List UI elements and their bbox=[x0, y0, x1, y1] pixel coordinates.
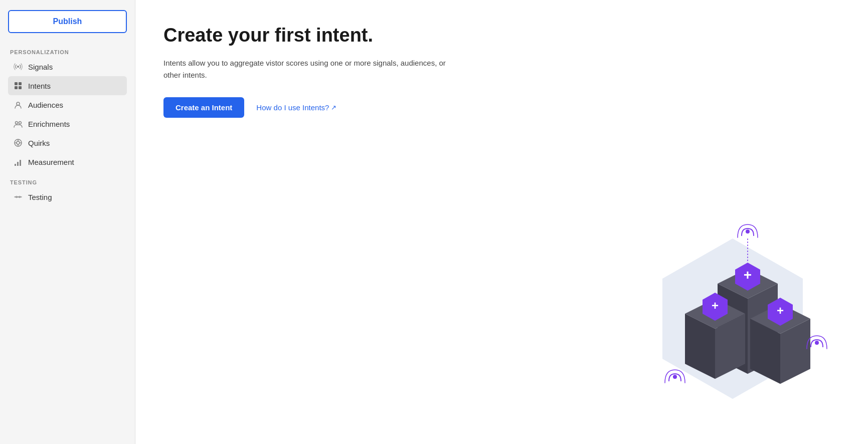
svg-point-0 bbox=[17, 66, 19, 68]
publish-button[interactable]: Publish bbox=[8, 10, 127, 33]
sidebar-item-audiences[interactable]: Audiences bbox=[8, 95, 127, 114]
sidebar-item-signals[interactable]: Signals bbox=[8, 57, 127, 76]
svg-text:+: + bbox=[744, 267, 752, 283]
help-link-label: How do I use Intents? bbox=[256, 103, 329, 112]
testing-section: TESTING Testing bbox=[8, 175, 127, 206]
svg-point-6 bbox=[16, 122, 18, 124]
signals-label: Signals bbox=[28, 63, 53, 71]
sidebar-item-quirks[interactable]: Quirks bbox=[8, 133, 127, 152]
svg-rect-1 bbox=[15, 82, 18, 85]
intents-icon bbox=[13, 81, 23, 91]
svg-point-7 bbox=[19, 122, 22, 124]
sidebar-item-enrichments[interactable]: Enrichments bbox=[8, 114, 127, 133]
illustration: + + + bbox=[627, 213, 838, 424]
intents-label: Intents bbox=[28, 82, 51, 90]
sidebar-item-measurement[interactable]: Measurement bbox=[8, 152, 127, 171]
quirks-icon bbox=[13, 138, 23, 148]
svg-point-9 bbox=[17, 141, 20, 144]
audience-icon bbox=[13, 100, 23, 110]
svg-rect-15 bbox=[17, 162, 19, 166]
testing-section-label: TESTING bbox=[8, 179, 127, 185]
measurement-icon bbox=[13, 157, 23, 167]
sidebar-item-testing[interactable]: Testing bbox=[8, 187, 127, 206]
create-intent-button[interactable]: Create an Intent bbox=[163, 97, 244, 118]
external-link-icon: ↗ bbox=[331, 104, 336, 111]
svg-point-41 bbox=[815, 341, 819, 345]
personalization-section: PERSONALIZATION Signals bbox=[8, 45, 127, 171]
audiences-label: Audiences bbox=[28, 101, 63, 109]
sidebar: Publish PERSONALIZATION Signals bbox=[0, 0, 135, 444]
svg-rect-14 bbox=[15, 164, 16, 166]
svg-rect-16 bbox=[20, 160, 21, 166]
svg-rect-4 bbox=[19, 86, 22, 89]
signal-icon bbox=[13, 62, 23, 72]
personalization-section-label: PERSONALIZATION bbox=[8, 49, 127, 55]
help-link[interactable]: How do I use Intents? ↗ bbox=[256, 103, 336, 112]
svg-text:+: + bbox=[712, 299, 719, 312]
enrichments-label: Enrichments bbox=[28, 120, 70, 128]
svg-point-40 bbox=[673, 375, 677, 379]
page-title: Create your first intent. bbox=[163, 24, 840, 47]
quirks-label: Quirks bbox=[28, 139, 50, 147]
testing-label: Testing bbox=[28, 193, 52, 201]
svg-point-20 bbox=[16, 196, 18, 198]
page-description: Intents allow you to aggregate vistor sc… bbox=[163, 57, 464, 81]
svg-rect-3 bbox=[15, 86, 18, 89]
actions-row: Create an Intent How do I use Intents? ↗ bbox=[163, 97, 840, 118]
svg-point-21 bbox=[19, 196, 21, 198]
svg-point-39 bbox=[746, 230, 750, 234]
testing-icon bbox=[13, 192, 23, 202]
svg-rect-2 bbox=[19, 82, 22, 85]
measurement-label: Measurement bbox=[28, 158, 74, 166]
sidebar-item-intents[interactable]: Intents bbox=[8, 76, 127, 95]
svg-point-5 bbox=[17, 102, 20, 105]
main-content: Create your first intent. Intents allow … bbox=[135, 0, 868, 444]
svg-text:+: + bbox=[777, 304, 784, 317]
enrichments-icon bbox=[13, 119, 23, 129]
